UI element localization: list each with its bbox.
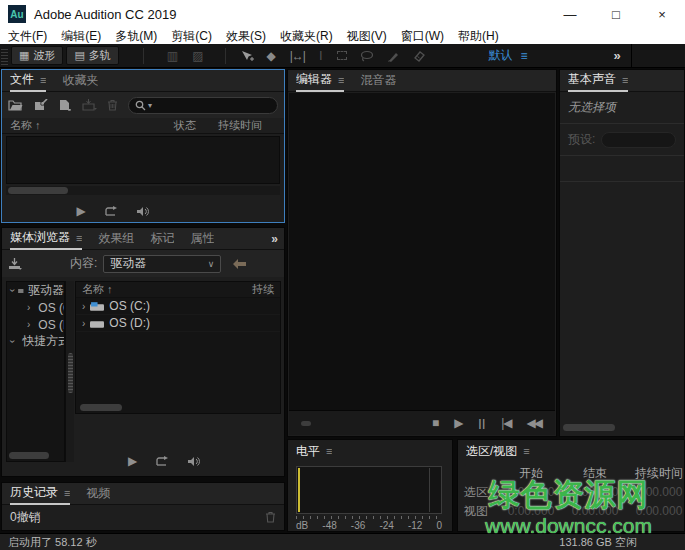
view-end-value[interactable]: 0:00.000 bbox=[562, 502, 628, 521]
play-icon[interactable]: ▶ bbox=[454, 416, 463, 430]
tab-media-browser[interactable]: 媒体浏览器 ≡ bbox=[10, 228, 82, 250]
move-tool-icon[interactable] bbox=[241, 50, 254, 62]
menu-help[interactable]: 帮助(H) bbox=[458, 28, 499, 45]
media-list[interactable]: 名称 ↑ 持续 › OS (C:) › OS (D:) bbox=[75, 281, 281, 414]
panel-menu-icon[interactable]: ≡ bbox=[338, 74, 344, 86]
menu-multitrack[interactable]: 多轨(M) bbox=[115, 28, 157, 45]
tab-editor[interactable]: 编辑器 ≡ bbox=[296, 70, 344, 92]
list-hscrollbar[interactable] bbox=[80, 404, 122, 411]
panel-menu-icon[interactable]: ≡ bbox=[40, 74, 46, 86]
menu-file[interactable]: 文件(F) bbox=[8, 28, 47, 45]
import-file-icon[interactable] bbox=[33, 99, 48, 111]
spot-healing-tool-icon[interactable] bbox=[411, 50, 425, 62]
menu-effects[interactable]: 效果(S) bbox=[226, 28, 266, 45]
media-tree[interactable]: › 驱动器 › OS (C:) › OS (D:) › 快捷方式 bbox=[6, 281, 65, 462]
tab-essential-sound[interactable]: 基本声音 ≡ bbox=[568, 70, 628, 92]
tab-levels[interactable]: 电平 ≡ bbox=[296, 440, 332, 462]
chevron-collapsed-icon[interactable]: › bbox=[82, 318, 85, 329]
meter-ticks bbox=[296, 516, 442, 519]
panel-menu-icon[interactable]: ≡ bbox=[76, 232, 82, 244]
editor-canvas[interactable] bbox=[289, 93, 555, 410]
workspace-selector[interactable]: 默认 bbox=[489, 47, 513, 64]
essential-divider bbox=[560, 156, 684, 182]
files-column-headers: 名称 ↑ 状态 持续时间 bbox=[2, 118, 284, 134]
close-button[interactable]: × bbox=[639, 0, 685, 28]
panel-menu-icon[interactable]: ≡ bbox=[523, 445, 529, 457]
editor-hscrollbar[interactable] bbox=[301, 421, 311, 426]
loop-playback-icon[interactable] bbox=[155, 456, 169, 467]
view-duration-value[interactable]: 0:00.000 bbox=[628, 502, 685, 521]
panel-menu-icon[interactable]: ≡ bbox=[326, 445, 332, 457]
waveform-view-button[interactable]: ▦ 波形 bbox=[11, 46, 63, 65]
tab-properties[interactable]: 属性 bbox=[190, 228, 214, 250]
tabs-overflow-icon[interactable]: » bbox=[271, 232, 278, 246]
auto-play-speaker-icon[interactable] bbox=[136, 206, 150, 217]
chevron-collapsed-icon[interactable]: › bbox=[82, 301, 85, 312]
col-end: 结束 bbox=[562, 464, 628, 483]
multitrack-view-button[interactable]: ▤ 多轨 bbox=[66, 46, 118, 65]
new-file-icon[interactable] bbox=[58, 99, 72, 111]
maximize-button[interactable]: □ bbox=[593, 0, 639, 28]
razor-tool-icon[interactable]: ◆ bbox=[267, 49, 276, 63]
column-name[interactable]: 名称 ↑ bbox=[10, 118, 174, 133]
menu-view[interactable]: 视图(V) bbox=[347, 28, 387, 45]
selection-duration-value[interactable]: 0:00.000 bbox=[628, 483, 685, 502]
panel-menu-icon[interactable]: ≡ bbox=[64, 487, 70, 499]
content-dropdown[interactable]: 驱动器 ∨ bbox=[103, 255, 221, 273]
lasso-selection-tool-icon[interactable] bbox=[360, 50, 374, 62]
tree-item-drives[interactable]: › 驱动器 bbox=[7, 282, 64, 299]
open-file-icon[interactable] bbox=[8, 99, 23, 111]
tab-markers[interactable]: 标记 bbox=[150, 228, 174, 250]
menu-favorites[interactable]: 收藏夹(R) bbox=[280, 28, 333, 45]
paintbrush-tool-icon[interactable] bbox=[386, 50, 399, 62]
toolbar-grip[interactable] bbox=[1, 47, 8, 65]
toolbar-overflow-icon[interactable]: » bbox=[614, 48, 621, 63]
list-item-drive-d[interactable]: › OS (D:) bbox=[76, 315, 280, 332]
search-input[interactable]: ▾ bbox=[128, 97, 278, 114]
media-column-name[interactable]: 名称 ↑ bbox=[82, 282, 252, 297]
menu-edit[interactable]: 编辑(E) bbox=[61, 28, 101, 45]
play-icon[interactable]: ▶ bbox=[76, 204, 85, 218]
tab-favorites[interactable]: 收藏夹 bbox=[62, 70, 98, 92]
tree-item-shortcuts[interactable]: › 快捷方式 bbox=[7, 333, 64, 350]
search-caret-icon[interactable]: ▾ bbox=[148, 101, 152, 110]
import-media-icon[interactable] bbox=[8, 258, 22, 270]
tab-files[interactable]: 文件 ≡ bbox=[10, 70, 46, 92]
minimize-button[interactable]: — bbox=[547, 0, 593, 28]
tab-video[interactable]: 视频 bbox=[86, 483, 110, 505]
tree-item-drive-c[interactable]: › OS (C:) bbox=[7, 299, 64, 316]
tab-effects-rack[interactable]: 效果组 bbox=[98, 228, 134, 250]
tab-mixer[interactable]: 混音器 bbox=[360, 70, 396, 92]
skip-to-start-icon[interactable]: |◀ bbox=[501, 416, 511, 430]
files-list[interactable] bbox=[6, 136, 280, 184]
tab-history[interactable]: 历史记录 ≡ bbox=[10, 483, 70, 505]
selection-end-value[interactable]: 0:00.000 bbox=[562, 483, 628, 502]
tree-vscrollbar[interactable] bbox=[65, 281, 74, 462]
pause-icon[interactable]: || bbox=[479, 418, 487, 429]
files-hscrollbar[interactable] bbox=[6, 186, 280, 195]
auto-play-speaker-icon[interactable] bbox=[187, 456, 201, 467]
essential-hscrollbar[interactable] bbox=[563, 424, 615, 431]
tree-item-drive-d[interactable]: › OS (D:) bbox=[7, 316, 64, 333]
marquee-selection-tool-icon[interactable] bbox=[337, 51, 347, 60]
rewind-icon[interactable]: ◀◀ bbox=[527, 416, 541, 430]
stop-icon[interactable]: ■ bbox=[432, 416, 439, 430]
list-item-drive-c[interactable]: › OS (C:) bbox=[76, 298, 280, 315]
tree-hscrollbar[interactable] bbox=[9, 452, 49, 459]
time-selection-tool-icon[interactable]: I bbox=[319, 48, 323, 63]
preset-input[interactable] bbox=[601, 132, 676, 148]
menu-clip[interactable]: 剪辑(C) bbox=[171, 28, 212, 45]
slip-tool-icon[interactable]: |↔| bbox=[290, 49, 305, 63]
column-status[interactable]: 状态 bbox=[174, 118, 218, 133]
selection-start-value[interactable]: 0:00.000 bbox=[500, 483, 562, 502]
panel-menu-icon[interactable]: ≡ bbox=[622, 74, 628, 86]
view-start-value[interactable]: 0:00.000 bbox=[500, 502, 562, 521]
media-column-duration[interactable]: 持续 bbox=[252, 282, 274, 297]
undo-count-text: 0撤销 bbox=[10, 509, 41, 526]
loop-playback-icon[interactable] bbox=[104, 206, 118, 217]
play-icon[interactable]: ▶ bbox=[128, 454, 137, 468]
menu-window[interactable]: 窗口(W) bbox=[401, 28, 444, 45]
tab-selection-view[interactable]: 选区/视图 ≡ bbox=[466, 440, 530, 462]
workspace-menu-icon[interactable]: ≡ bbox=[521, 49, 528, 63]
column-duration[interactable]: 持续时间 bbox=[218, 118, 276, 133]
